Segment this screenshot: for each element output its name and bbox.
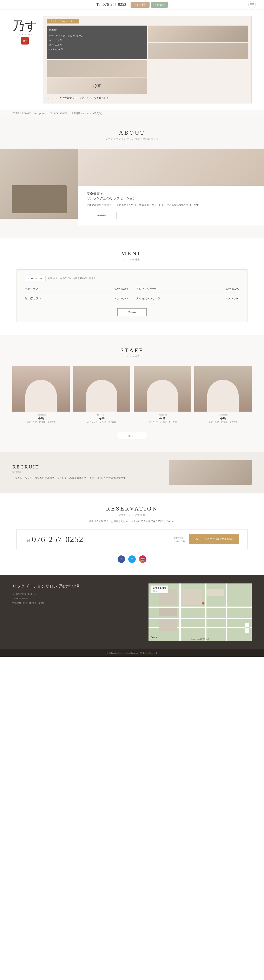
menu-btn-wrap: Menu [25, 308, 239, 316]
map-controls: + − [245, 623, 250, 633]
logo-main: 乃す [12, 20, 37, 32]
footer: リラクゼーションサロン 乃はす全澤 石川県金沢市本町2-15-1 Tel: 07… [0, 575, 264, 649]
staff-figure [26, 380, 57, 412]
about-button[interactable]: About [86, 212, 117, 219]
copyright: © Relaxation Salon Nohasu Kanazawa. All … [107, 652, 157, 654]
campaign-menu-items: ボディケア・タイ古式マッサージ60分 3,000円90分 4,500円120分 … [49, 33, 145, 51]
about-section: ABOUT リラクゼーションサロン乃はす全澤について 完全個室でワンランク上のリ… [0, 117, 264, 238]
staff-card: Therapist 寺島 ボディケア 足つぼ タイ古式 [134, 366, 191, 426]
logo-sub: Relaxation [17, 33, 33, 35]
twitter-icon[interactable]: 𝕏 [128, 555, 136, 563]
facebook-icon[interactable]: f [118, 555, 125, 563]
footer-map[interactable]: 📍 のはす金澤院 3.5★ + − Google Google Mapの埋め込み [149, 584, 252, 641]
header-tel: Tel.076-257-0252 [96, 3, 126, 7]
about-text-area: 完全個室でワンランク上のリラクゼーション 評価の著療院がプロデュースするサロンで… [78, 186, 264, 226]
reserve-button[interactable]: ネット予約 [131, 2, 150, 8]
staff-info: Therapist 寺島 ボディケア 足つぼ タイ古式 [12, 412, 70, 426]
staff-tags: ボディケア 足つぼ タイ古式 [73, 421, 130, 423]
map-zoom-out[interactable]: − [245, 628, 250, 633]
staff-card: Therapist 寺島 ボディケア 足つぼ タイ古式 [194, 366, 252, 426]
menu-item-name: ボディケア [25, 287, 38, 291]
menu-section: MENU メニュー料金 Campaign 新規さまはさらに表示価格より600円引… [0, 238, 264, 335]
about-heading: 完全個室でワンランク上のリラクゼーション [86, 192, 256, 200]
staff-card: Therapist 寺島 ボディケア 足つぼ タイ古式 [12, 366, 70, 426]
footer-bottom: © Relaxation Salon Nohasu Kanazawa. All … [0, 649, 264, 657]
recruit-subtitle: 採用情報 [12, 471, 161, 474]
recruit-text: RECRUIT 採用情報 リラクゼーションサロン乃はす全澤ではセラピストの方を募… [12, 464, 161, 480]
staff-photo-bg [194, 366, 252, 412]
menu-item-price: 60分 ¥5,200 [226, 287, 239, 291]
about-image-left [0, 149, 78, 219]
recruit-description: リラクゼーションサロン乃はす全澤ではセラピストの方を募集しています。 選1からの… [12, 476, 161, 480]
info-hours: 営業時間 9:00 - 24:00（不定休） [71, 112, 104, 115]
menu-item: タイ古式マッサージ 60分 ¥3,600 [136, 295, 239, 302]
staff-btn-wrap: Staff [12, 432, 252, 439]
campaign-badge: Campaign 新規さまはさらに表示価格より600円引き！ [25, 276, 96, 281]
about-content: 完全個室でワンランク上のリラクゼーション 評価の著療院がプロデュースするサロンで… [0, 149, 264, 226]
access-button[interactable]: アクセス [151, 2, 168, 8]
menu-item: 足つぼリフレ 30分 ¥1,300 [25, 295, 128, 302]
hamburger-menu-button[interactable] [248, 1, 256, 8]
reserve-online-button[interactable]: ネット予約で空き状況を確認 [189, 535, 239, 544]
reservation-section: RESERVATION ご予約・お問い合わせ 当店は予約制です。お電話またはネッ… [0, 493, 264, 575]
staff-subtitle: スタッフ紹介 [12, 355, 252, 358]
menu-line-2 [250, 5, 254, 5]
tel-prefix: Tel [25, 538, 30, 543]
info-bar: 石川県金沢市本町2-15 GoogleMap Tel: 076-257-0252… [0, 110, 264, 117]
map-zoom-in[interactable]: + [245, 623, 250, 628]
about-image-right [78, 149, 264, 186]
instagram-icon[interactable]: 📷 [139, 555, 146, 563]
logo-stamp: 全澤 [21, 37, 29, 45]
staff-button[interactable]: Staff [118, 432, 146, 439]
staff-figure [207, 380, 239, 412]
tel-hours-area: 受付時間 9:00-19:00 ネット予約で空き状況を確認 [173, 535, 239, 544]
news-link[interactable]: タイ古式マッサージキャンペーンを延長しま → [59, 97, 112, 100]
staff-name: 寺島 [73, 416, 130, 420]
menu-button[interactable]: Menu [117, 308, 147, 316]
campaign-grid: MENU ボディケア・タイ古式マッサージ60分 3,000円90分 4,500円… [47, 25, 248, 94]
staff-photo [194, 366, 252, 412]
info-address: 石川県金沢市本町2-15 GoogleMap [12, 112, 46, 115]
reservation-title: RESERVATION [16, 505, 248, 512]
tel-block: Tel 076-257-0252 受付時間 9:00-19:00 ネット予約で空… [16, 529, 248, 549]
staff-tags: ボディケア 足つぼ タイ古式 [134, 421, 191, 423]
staff-role: Therapist [73, 414, 130, 416]
campaign-menu-label: MENU [49, 28, 145, 32]
map-road-v3 [226, 584, 227, 641]
campaign-images-2: 乃す [47, 60, 147, 94]
footer-address: 石川県金沢市本町2-15-1 Tel: 076-257-0252 営業時間: 9… [12, 592, 140, 605]
menu-item-name: 足つぼリフレ [25, 297, 41, 300]
footer-address-line1: 石川県金沢市本町2-15-1 [12, 592, 140, 596]
info-tel: Tel: 076-257-0252 [50, 112, 67, 115]
staff-tags: ボディケア 足つぼ タイ古式 [12, 421, 70, 423]
map-place-name: のはす金澤院 [153, 587, 166, 590]
staff-grid: Therapist 寺島 ボディケア 足つぼ タイ古式 Therapist 寺島… [12, 366, 252, 426]
campaign-image-2 [148, 43, 248, 59]
map-background: 📍 のはす金澤院 3.5★ + − Google Google Mapの埋め込み [149, 584, 252, 641]
about-image-left-inner [0, 149, 78, 219]
reservation-description: 当店は予約制です。お電話またはネット予約にて予約状況をご確認ください。 [16, 520, 248, 523]
campaign-image-1 [148, 25, 248, 42]
staff-photo-bg [73, 366, 130, 412]
staff-name: 寺島 [134, 416, 191, 420]
staff-info: Therapist 寺島 ボディケア 足つぼ タイ古式 [134, 412, 191, 426]
map-block-3 [207, 589, 224, 596]
site-header: Tel.076-257-0252 ネット予約 アクセス [0, 0, 264, 10]
staff-tags: ボディケア 足つぼ タイ古式 [194, 421, 252, 423]
staff-section: STAFF スタッフ紹介 Therapist 寺島 ボディケア 足つぼ タイ古式… [0, 335, 264, 452]
map-block-2 [181, 589, 202, 605]
staff-photo-bg [12, 366, 70, 412]
menu-grid: ボディケア 60分 ¥3,600アロママッサージ 60分 ¥5,200足つぼリフ… [25, 285, 239, 302]
staff-card: Therapist 寺島 ボディケア 足つぼ タイ古式 [73, 366, 130, 426]
about-table-decor [12, 185, 67, 213]
map-pin: 📍 [200, 602, 206, 608]
footer-info: リラクゼーションサロン 乃はす全澤 石川県金沢市本町2-15-1 Tel: 07… [12, 584, 140, 641]
menu-line-3 [250, 6, 254, 6]
menu-item-name: タイ古式マッサージ [136, 297, 160, 300]
tel-hours-block: 受付時間 9:00-19:00 [173, 536, 187, 542]
social-icons: f 𝕏 📷 [16, 555, 248, 563]
footer-hours: 営業時間: 9:00 - 24:00（不定休） [12, 601, 140, 605]
menu-item: アロママッサージ 60分 ¥5,200 [136, 285, 239, 293]
menu-subtitle: メニュー料金 [16, 258, 248, 261]
about-subtitle: リラクゼーションサロン乃はす全澤について [0, 137, 264, 140]
